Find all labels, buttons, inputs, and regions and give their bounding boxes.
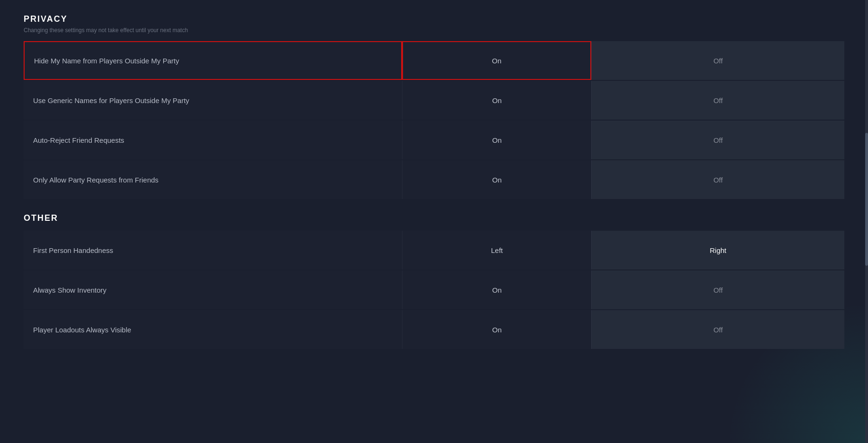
setting-off-1[interactable]: Off <box>591 41 844 80</box>
setting-row-7: Player Loadouts Always Visible On Off <box>24 310 844 349</box>
privacy-title: PRIVACY <box>24 14 844 24</box>
setting-row-5: First Person Handedness Left Right <box>24 231 844 269</box>
setting-off-6[interactable]: Off <box>591 270 844 309</box>
setting-on-7[interactable]: On <box>402 310 591 349</box>
other-section: OTHER First Person Handedness Left Right… <box>24 213 844 349</box>
privacy-section: PRIVACY Changing these settings may not … <box>24 14 844 199</box>
page-container: PRIVACY Changing these settings may not … <box>0 0 868 368</box>
row-flex-2: Use Generic Names for Players Outside My… <box>24 81 844 120</box>
setting-row-6: Always Show Inventory On Off <box>24 270 844 309</box>
setting-label-4: Only Allow Party Requests from Friends <box>24 160 402 199</box>
privacy-subtitle: Changing these settings may not take eff… <box>24 27 844 34</box>
row-flex-6: Always Show Inventory On Off <box>24 270 844 309</box>
setting-left-5[interactable]: Left <box>402 231 591 269</box>
setting-right-5[interactable]: Right <box>591 231 844 269</box>
setting-off-7[interactable]: Off <box>591 310 844 349</box>
row-flex-7: Player Loadouts Always Visible On Off <box>24 310 844 349</box>
setting-label-1[interactable]: Hide My Name from Players Outside My Par… <box>24 41 402 80</box>
other-title: OTHER <box>24 213 844 223</box>
setting-on-2[interactable]: On <box>402 81 591 120</box>
setting-label-7: Player Loadouts Always Visible <box>24 310 402 349</box>
setting-row-3: Auto-Reject Friend Requests On Off <box>24 121 844 159</box>
setting-off-2[interactable]: Off <box>591 81 844 120</box>
row-flex-4: Only Allow Party Requests from Friends O… <box>24 160 844 199</box>
setting-row-1: Hide My Name from Players Outside My Par… <box>24 41 844 80</box>
row-flex-3: Auto-Reject Friend Requests On Off <box>24 121 844 159</box>
row-flex-5: First Person Handedness Left Right <box>24 231 844 269</box>
setting-off-3[interactable]: Off <box>591 121 844 159</box>
setting-label-2: Use Generic Names for Players Outside My… <box>24 81 402 120</box>
setting-off-4[interactable]: Off <box>591 160 844 199</box>
setting-row-2: Use Generic Names for Players Outside My… <box>24 81 844 120</box>
setting-on-1[interactable]: On <box>402 41 591 80</box>
setting-label-5: First Person Handedness <box>24 231 402 269</box>
setting-on-3[interactable]: On <box>402 121 591 159</box>
setting-label-3: Auto-Reject Friend Requests <box>24 121 402 159</box>
setting-on-6[interactable]: On <box>402 270 591 309</box>
setting-label-6: Always Show Inventory <box>24 270 402 309</box>
row-flex-1: Hide My Name from Players Outside My Par… <box>24 41 844 80</box>
setting-on-4[interactable]: On <box>402 160 591 199</box>
setting-row-4: Only Allow Party Requests from Friends O… <box>24 160 844 199</box>
